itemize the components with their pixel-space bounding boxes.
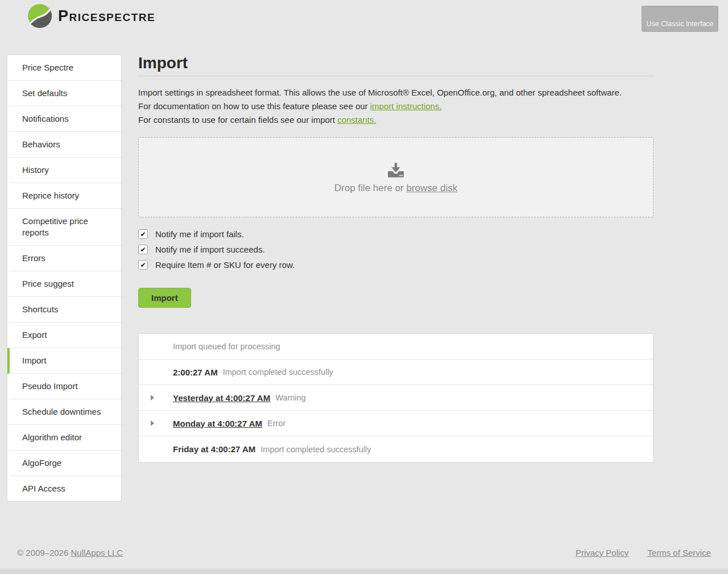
sidebar-item-pseudo-import[interactable]: Pseudo Import	[7, 374, 121, 399]
history-timestamp-link[interactable]: Yesterday at 4:00:27 AM	[173, 393, 270, 403]
option-row-notify-succeeds: ✔ Notify me if import succeeds.	[138, 242, 653, 257]
intro-line-1-text: Import settings in spreadsheet format. T…	[138, 88, 622, 97]
checkbox-require-sku-label: Require Item # or SKU for every row.	[155, 260, 295, 270]
copyright-text: © 2009–2026	[17, 548, 71, 558]
use-classic-interface-button[interactable]: Use Classic Interface	[642, 6, 718, 32]
app-header: Pricespectre Use Classic Interface	[0, 0, 728, 55]
download-tray-icon	[386, 161, 406, 179]
dropzone-text-prefix: Drop file here or	[334, 183, 407, 193]
sidebar-item-shortcuts[interactable]: Shortcuts	[7, 297, 121, 323]
history-status: Warning	[275, 393, 305, 402]
import-button[interactable]: Import	[138, 288, 191, 308]
history-row-friday: Friday at 4:00:27 AM Import completed su…	[139, 436, 653, 462]
expand-triangle-icon[interactable]	[151, 395, 154, 400]
history-status: Import queued for processing	[173, 342, 280, 351]
history-timestamp: 2:00:27 AM	[173, 367, 218, 377]
bottom-edge-strip	[0, 569, 728, 574]
checkbox-notify-succeeds[interactable]: ✔	[138, 245, 148, 254]
history-status: Import completed successfully	[260, 445, 371, 454]
history-timestamp-link[interactable]: Monday at 4:00:27 AM	[173, 419, 262, 428]
checkbox-notify-fails-label: Notify me if import fails.	[155, 229, 244, 239]
copyright: © 2009–2026 NullApps LLC	[17, 548, 123, 558]
title-divider	[138, 76, 653, 76]
sidebar-item-notifications[interactable]: Notifications	[7, 106, 121, 132]
option-row-require-sku: ✔ Require Item # or SKU for every row.	[138, 257, 653, 272]
import-history-list: Import queued for processing 2:00:27 AM …	[138, 333, 653, 462]
expand-triangle-icon[interactable]	[151, 420, 154, 426]
intro-text: Import settings in spreadsheet format. T…	[138, 86, 653, 127]
sidebar-item-competitive-price-reports[interactable]: Competitive price reports	[7, 209, 121, 246]
checkbox-require-sku[interactable]: ✔	[138, 260, 148, 270]
sidebar-item-errors[interactable]: Errors	[7, 246, 121, 271]
page-footer: © 2009–2026 NullApps LLC Privacy Policy …	[0, 540, 728, 569]
history-row-queued: Import queued for processing	[139, 334, 653, 360]
privacy-policy-link[interactable]: Privacy Policy	[576, 548, 628, 558]
sidebar-item-price-suggest[interactable]: Price suggest	[7, 271, 121, 297]
option-row-notify-fails: ✔ Notify me if import fails.	[138, 226, 653, 242]
intro-line-3-text: For constants to use for certain fields …	[138, 115, 337, 125]
import-page: Import Import settings in spreadsheet fo…	[138, 55, 653, 462]
history-row-yesterday: Yesterday at 4:00:27 AM Warning	[139, 385, 653, 411]
import-options: ✔ Notify me if import fails. ✔ Notify me…	[138, 226, 653, 272]
sidebar-item-export[interactable]: Export	[7, 323, 121, 348]
history-timestamp: Friday at 4:00:27 AM	[173, 444, 255, 454]
intro-line-2-text: For documentation on how to use this fea…	[138, 101, 370, 111]
brand: Pricespectre	[27, 3, 155, 28]
sidebar-item-price-spectre[interactable]: Price Spectre	[7, 55, 121, 81]
intro-line-3: For constants to use for certain fields …	[138, 113, 653, 127]
import-instructions-link[interactable]: import instructions.	[370, 101, 442, 111]
sidebar-item-set-defaults[interactable]: Set defaults	[7, 81, 121, 106]
nullapps-link[interactable]: NullApps LLC	[71, 548, 123, 558]
sidebar-item-api-access[interactable]: API Access	[7, 476, 121, 501]
checkbox-notify-succeeds-label: Notify me if import succeeds.	[155, 245, 265, 254]
terms-of-service-link[interactable]: Terms of Service	[647, 548, 711, 558]
sidebar-item-import[interactable]: Import	[7, 348, 121, 374]
sidebar-item-algorithm-editor[interactable]: Algorithm editor	[7, 425, 121, 451]
file-dropzone[interactable]: Drop file here or browse disk	[138, 137, 653, 217]
history-status: Error	[267, 419, 286, 428]
sidebar-item-reprice-history[interactable]: Reprice history	[7, 183, 121, 209]
footer-links: Privacy Policy Terms of Service	[576, 548, 711, 558]
pricespectre-logo-icon	[27, 3, 52, 28]
brand-name: Pricespectre	[58, 7, 155, 25]
sidebar-item-schedule-downtimes[interactable]: Schedule downtimes	[7, 399, 121, 425]
history-row-today: 2:00:27 AM Import completed successfully	[139, 360, 653, 385]
main-layout: Price Spectre Set defaults Notifications…	[0, 55, 728, 540]
sidebar-item-behaviors[interactable]: Behaviors	[7, 132, 121, 158]
page-title: Import	[138, 55, 653, 72]
settings-sidebar: Price Spectre Set defaults Notifications…	[7, 55, 122, 502]
sidebar-item-algoforge[interactable]: AlgoForge	[7, 451, 121, 476]
dropzone-text: Drop file here or browse disk	[334, 183, 457, 194]
history-status: Import completed successfully	[223, 367, 333, 377]
import-constants-link[interactable]: constants.	[337, 115, 376, 125]
intro-line-1: Import settings in spreadsheet format. T…	[138, 86, 653, 100]
checkbox-notify-fails[interactable]: ✔	[138, 229, 148, 239]
intro-line-2: For documentation on how to use this fea…	[138, 100, 653, 113]
history-row-monday: Monday at 4:00:27 AM Error	[139, 411, 653, 436]
browse-disk-link[interactable]: browse disk	[406, 183, 457, 193]
sidebar-item-history[interactable]: History	[7, 158, 121, 183]
